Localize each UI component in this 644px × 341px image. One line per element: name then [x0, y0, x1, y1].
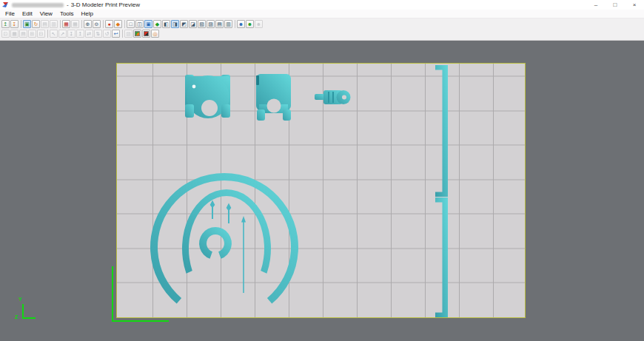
- snapshot-button[interactable]: ▣: [23, 20, 31, 28]
- redacted-document-name: [12, 3, 64, 7]
- stats-table-alt-button: ▦: [71, 20, 79, 28]
- view-left-button[interactable]: ◩: [180, 20, 188, 28]
- render-button[interactable]: ●: [105, 20, 113, 28]
- toolbar-separator: [60, 20, 61, 28]
- swap-v-icon: ⇅: [96, 31, 101, 36]
- menu-edit[interactable]: Edit: [19, 10, 36, 18]
- axis-y-label: Y: [19, 297, 22, 302]
- toolbar-separator: [21, 20, 21, 28]
- toolbar: ↥↧▣↻▤▥▦▦⊕⊖●◆□◫▣◆◧◨◩◪▧▨▤▥☻☻☻ ⊡▦▤⊞⊟↖↗↧↥⇄⇅↺…: [0, 18, 644, 41]
- view-wireframe-button[interactable]: □: [127, 20, 135, 28]
- orange-ring-icon: ◎: [152, 31, 157, 36]
- page-import-icon: ↥: [4, 21, 8, 27]
- export-file-button[interactable]: ↧: [10, 20, 19, 28]
- table-icon: ▦: [64, 21, 69, 27]
- window-title: 3-D Modeler Print Preview: [71, 1, 140, 8]
- select-up-right-button: ↗: [58, 30, 67, 38]
- refresh-button[interactable]: ↻: [32, 20, 40, 28]
- long-arrow-part[interactable]: [241, 216, 246, 293]
- pan-button: ⊟: [37, 30, 45, 38]
- zoom-out-button[interactable]: ⊖: [93, 20, 101, 28]
- bracket-b-bore-hole: [267, 99, 281, 113]
- clip-part[interactable]: [315, 90, 351, 104]
- rail-part-upper[interactable]: [435, 65, 448, 197]
- view-bottom-button[interactable]: ▨: [207, 20, 215, 28]
- snapshot-icon: ▣: [24, 21, 30, 27]
- pin-arrow-2[interactable]: [227, 203, 232, 224]
- toolbar-separator: [81, 20, 82, 28]
- zoom-window-button: ⊞: [28, 30, 36, 38]
- undo-button[interactable]: ↩: [112, 30, 120, 38]
- bracket-part-b[interactable]: [256, 74, 291, 121]
- cube-iso-icon: ◨: [172, 21, 178, 27]
- bracket-part-a[interactable]: [185, 75, 230, 118]
- menu-tools[interactable]: Tools: [56, 10, 78, 18]
- inner-ring-part[interactable]: [199, 227, 232, 259]
- arrow-up-right-icon: ↗: [61, 31, 65, 36]
- toolbar-separator: [122, 30, 123, 38]
- menu-file[interactable]: File: [1, 10, 19, 18]
- cube-top-icon: ◫: [137, 21, 142, 27]
- pin-arrow-1[interactable]: [210, 200, 215, 220]
- close-button[interactable]: ×: [625, 0, 644, 10]
- bed-corner-marker-horizontal: [112, 320, 169, 322]
- scene-button[interactable]: ◆: [114, 20, 122, 28]
- material-swatch-button[interactable]: [142, 30, 150, 38]
- page-export-icon: ↧: [13, 21, 17, 27]
- view-compass-button[interactable]: ◆: [153, 20, 161, 28]
- bed-corner-marker-vertical: [112, 266, 113, 322]
- swatch-green-orange-icon: [135, 31, 140, 36]
- settings-ring-button[interactable]: ◎: [151, 30, 159, 38]
- view-front-button[interactable]: ▣: [144, 20, 152, 28]
- menu-help[interactable]: Help: [78, 10, 97, 18]
- bracket-a-bore-hole: [201, 100, 218, 116]
- move-down-button: ↧: [67, 30, 76, 38]
- pan-icon: ⊟: [39, 31, 44, 36]
- palette-swatch-button[interactable]: [133, 30, 141, 38]
- axis-y-line: [22, 304, 24, 317]
- undo-arrow-icon: ↩: [114, 31, 118, 36]
- stats-table-button[interactable]: ▦: [62, 20, 70, 28]
- grid-icon: ▦: [12, 31, 17, 36]
- menu-bar: FileEditViewToolsHelp: [0, 10, 644, 18]
- title-separator: -: [67, 1, 69, 8]
- menu-view[interactable]: View: [36, 10, 56, 18]
- maximize-button[interactable]: □: [606, 0, 625, 10]
- cube-iso-icon: ◧: [164, 21, 169, 27]
- modeler-workspace: Y Z: [0, 41, 644, 341]
- arrow-up-left-icon: ↖: [52, 31, 56, 36]
- compass-diamond-icon: ◆: [155, 21, 159, 27]
- view-iso-ne-button[interactable]: ◧: [162, 20, 170, 28]
- rotate-ccw-button: ↺: [103, 30, 111, 38]
- view-right-button[interactable]: ◪: [189, 20, 197, 28]
- print-bed[interactable]: [116, 63, 526, 318]
- view-sw-button[interactable]: ▥: [224, 20, 232, 28]
- printer-icon: ⊡: [4, 31, 8, 36]
- list-button: ▤: [19, 30, 27, 38]
- view-se-button[interactable]: ▤: [215, 20, 224, 28]
- clip-hole: [342, 95, 346, 100]
- walk-mode-button[interactable]: ☻: [237, 20, 245, 28]
- view-top-button[interactable]: ◫: [135, 20, 144, 28]
- minimize-button[interactable]: –: [586, 0, 606, 10]
- person-green-icon: ☻: [247, 21, 252, 27]
- title-bar: - 3-D Modeler Print Preview – □ ×: [0, 0, 644, 10]
- cube-sw-icon: ▥: [226, 21, 231, 27]
- zoom-in-icon: ⊕: [86, 21, 90, 27]
- zoom-in-button[interactable]: ⊕: [84, 20, 92, 28]
- swatch-gray-icon: ▨: [126, 31, 131, 36]
- person-blue-icon: ☻: [238, 21, 244, 27]
- view-back-button[interactable]: ▧: [198, 20, 206, 28]
- toolbar-separator: [124, 20, 125, 28]
- cube-front-icon: ▣: [146, 21, 151, 27]
- display-icon: ▤: [42, 21, 47, 27]
- person-gray-icon: ☻: [256, 21, 261, 27]
- fly-mode-button[interactable]: ☻: [246, 20, 254, 28]
- rail-part-lower[interactable]: [435, 197, 448, 317]
- table-icon: ▦: [73, 21, 78, 27]
- import-file-button[interactable]: ↥: [1, 20, 10, 28]
- cube-left-icon: ◩: [181, 21, 187, 27]
- swap-h-icon: ⇄: [87, 31, 92, 36]
- cube-right-icon: ◪: [190, 21, 195, 27]
- view-iso-nw-button[interactable]: ◨: [171, 20, 179, 28]
